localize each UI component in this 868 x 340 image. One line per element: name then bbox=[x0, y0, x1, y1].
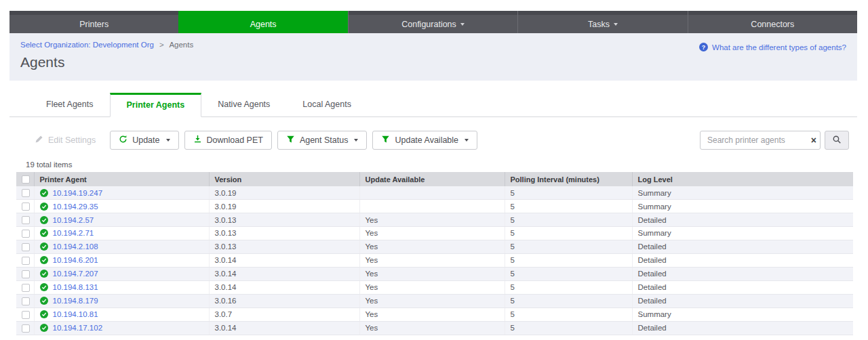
printer-agent-link[interactable]: 10.194.19.247 bbox=[53, 189, 103, 197]
printer-agent-link[interactable]: 10.194.2.57 bbox=[53, 216, 94, 224]
nav-item-printers[interactable]: Printers bbox=[9, 11, 178, 33]
status-ok-icon bbox=[40, 310, 48, 318]
breadcrumb-separator: > bbox=[159, 41, 164, 49]
update-available-cell: Yes bbox=[359, 280, 505, 294]
row-checkbox[interactable] bbox=[22, 270, 30, 278]
status-ok-icon bbox=[40, 216, 48, 224]
polling-interval-cell: 5 bbox=[505, 227, 632, 240]
log-level-cell: Summary bbox=[632, 227, 853, 240]
clear-search-icon[interactable]: × bbox=[811, 135, 816, 145]
printer-agent-link[interactable]: 10.194.10.81 bbox=[53, 310, 98, 318]
update-button[interactable]: Update bbox=[110, 131, 178, 150]
row-checkbox[interactable] bbox=[22, 216, 30, 224]
row-checkbox[interactable] bbox=[22, 230, 30, 238]
row-checkbox[interactable] bbox=[22, 297, 30, 305]
tab-native-agents[interactable]: Native Agents bbox=[201, 93, 286, 116]
agent-tabs: Fleet Agents Printer Agents Native Agent… bbox=[9, 93, 857, 117]
tab-fleet-agents[interactable]: Fleet Agents bbox=[30, 93, 110, 116]
version-cell: 3.0.13 bbox=[209, 213, 359, 227]
breadcrumb-org-link[interactable]: Select Organization: Development Org bbox=[20, 41, 154, 49]
printer-agent-cell: 10.194.7.207 bbox=[34, 267, 209, 280]
polling-interval-cell: 5 bbox=[505, 200, 632, 213]
row-select-cell bbox=[16, 227, 34, 240]
agent-status-filter-button[interactable]: Agent Status bbox=[277, 131, 368, 150]
printer-agent-link[interactable]: 10.194.8.179 bbox=[53, 297, 98, 305]
refresh-icon bbox=[119, 135, 127, 146]
status-ok-icon bbox=[40, 203, 48, 211]
col-log-level: Log Level bbox=[632, 172, 853, 186]
log-level-cell: Detailed bbox=[632, 321, 853, 335]
version-cell: 3.0.13 bbox=[209, 240, 359, 253]
page: Printers Agents Configurations Tasks Con… bbox=[0, 0, 868, 335]
search-button[interactable] bbox=[825, 131, 849, 150]
polling-interval-cell: 5 bbox=[505, 280, 632, 294]
update-available-cell: Yes bbox=[359, 240, 505, 253]
toolbar: Edit Settings Update Download PET Agent … bbox=[26, 131, 849, 150]
table-row: 10.194.2.57 3.0.13 Yes 5 Detailed bbox=[16, 213, 853, 227]
update-available-cell: Yes bbox=[359, 321, 505, 335]
pencil-icon bbox=[35, 135, 43, 146]
table-row: 10.194.10.81 3.0.7 Yes 5 Summary bbox=[16, 307, 853, 321]
nav-item-tasks[interactable]: Tasks bbox=[517, 11, 687, 33]
printer-agent-link[interactable]: 10.194.2.108 bbox=[53, 242, 98, 251]
chevron-down-icon bbox=[166, 139, 170, 142]
row-checkbox[interactable] bbox=[22, 243, 30, 251]
table-row: 10.194.8.179 3.0.16 Yes 5 Detailed bbox=[16, 294, 853, 307]
nav-item-configurations[interactable]: Configurations bbox=[348, 11, 517, 33]
select-all-header-cell bbox=[16, 172, 34, 186]
table-header-row: Printer Agent Version Update Available P… bbox=[16, 172, 853, 186]
tab-printer-agents[interactable]: Printer Agents bbox=[110, 93, 202, 117]
update-available-cell: Yes bbox=[359, 267, 505, 280]
table-row: 10.194.17.102 3.0.14 Yes 5 Detailed bbox=[16, 321, 853, 335]
printer-agent-cell: 10.194.29.35 bbox=[34, 200, 209, 213]
status-ok-icon bbox=[40, 229, 48, 237]
download-pet-button[interactable]: Download PET bbox=[184, 131, 272, 150]
printer-agent-link[interactable]: 10.194.8.131 bbox=[53, 283, 98, 291]
polling-interval-cell: 5 bbox=[505, 253, 632, 267]
row-checkbox[interactable] bbox=[22, 324, 30, 333]
status-ok-icon bbox=[40, 256, 48, 264]
edit-settings-button[interactable]: Edit Settings bbox=[26, 131, 104, 150]
printer-agent-link[interactable]: 10.194.6.201 bbox=[53, 256, 98, 264]
update-available-label: Update Available bbox=[395, 135, 458, 145]
printer-agent-link[interactable]: 10.194.17.102 bbox=[53, 324, 103, 332]
status-ok-icon bbox=[40, 189, 48, 197]
table-row: 10.194.6.201 3.0.14 Yes 5 Detailed bbox=[16, 253, 853, 267]
row-checkbox[interactable] bbox=[22, 284, 30, 292]
search-input[interactable] bbox=[700, 131, 821, 150]
log-level-cell: Detailed bbox=[632, 240, 853, 253]
log-level-cell: Detailed bbox=[632, 253, 853, 267]
row-select-cell bbox=[16, 307, 34, 321]
agents-table-zone: 19 total items Printer Agent Version Upd… bbox=[16, 161, 853, 335]
log-level-cell: Detailed bbox=[632, 294, 853, 307]
tab-local-agents[interactable]: Local Agents bbox=[286, 93, 368, 116]
agent-types-help-link[interactable]: ? What are the different types of agents… bbox=[699, 43, 846, 51]
table-body: 10.194.19.247 3.0.19 5 Summary bbox=[16, 186, 853, 335]
search-icon bbox=[832, 135, 842, 146]
printer-agent-link[interactable]: 10.194.2.71 bbox=[53, 229, 94, 237]
edit-settings-label: Edit Settings bbox=[48, 135, 96, 145]
printer-agent-link[interactable]: 10.194.7.207 bbox=[53, 270, 98, 278]
version-cell: 3.0.14 bbox=[209, 321, 359, 335]
polling-interval-cell: 5 bbox=[505, 307, 632, 321]
status-ok-icon bbox=[40, 242, 48, 251]
row-checkbox[interactable] bbox=[22, 189, 30, 197]
chevron-down-icon bbox=[354, 139, 358, 142]
table-row: 10.194.29.35 3.0.19 5 Summary bbox=[16, 200, 853, 213]
nav-item-connectors[interactable]: Connectors bbox=[688, 11, 857, 33]
log-level-cell: Summary bbox=[632, 200, 853, 213]
row-checkbox[interactable] bbox=[22, 203, 30, 211]
log-level-cell: Detailed bbox=[632, 267, 853, 280]
select-all-checkbox[interactable] bbox=[22, 175, 30, 184]
row-checkbox[interactable] bbox=[22, 257, 30, 265]
page-title: Agents bbox=[20, 54, 846, 70]
update-available-filter-button[interactable]: Update Available bbox=[372, 131, 477, 150]
row-select-cell bbox=[16, 294, 34, 307]
nav-item-agents[interactable]: Agents bbox=[178, 11, 347, 33]
printer-agent-link[interactable]: 10.194.29.35 bbox=[53, 203, 98, 211]
update-label: Update bbox=[132, 135, 159, 145]
row-checkbox[interactable] bbox=[22, 311, 30, 319]
printer-agent-cell: 10.194.2.57 bbox=[34, 213, 209, 227]
version-cell: 3.0.16 bbox=[209, 294, 359, 307]
search-area: × bbox=[700, 131, 849, 150]
